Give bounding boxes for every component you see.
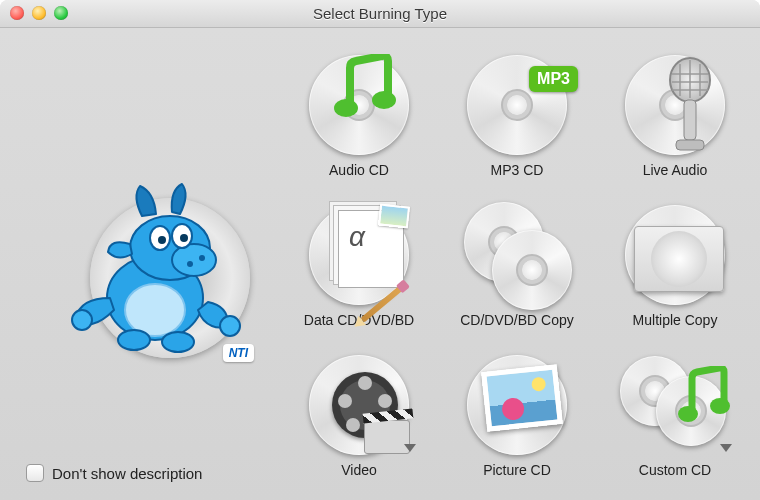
option-multiple-copy[interactable]: Multiple Copy: [600, 200, 750, 350]
dragon-mascot-icon: [60, 178, 250, 368]
option-label: Multiple Copy: [633, 312, 718, 328]
option-custom-cd[interactable]: Custom CD: [600, 350, 750, 500]
svg-point-9: [180, 234, 188, 242]
live-audio-icon: [620, 50, 730, 160]
svg-rect-17: [684, 100, 696, 140]
option-video[interactable]: Video: [284, 350, 434, 500]
chevron-down-icon: [404, 444, 416, 452]
traffic-lights: [10, 6, 68, 20]
photo-icon: [481, 364, 563, 432]
svg-point-11: [220, 316, 240, 336]
svg-point-15: [372, 91, 396, 109]
mascot: NTI: [60, 168, 260, 368]
svg-point-19: [678, 406, 698, 422]
svg-point-1: [125, 284, 185, 336]
mp3-cd-icon: MP3: [462, 50, 572, 160]
svg-point-20: [710, 398, 730, 414]
svg-point-10: [72, 310, 92, 330]
svg-point-5: [187, 261, 193, 267]
svg-point-3: [172, 244, 216, 276]
svg-point-12: [118, 330, 150, 350]
option-disc-copy[interactable]: CD/DVD/BD Copy: [442, 200, 592, 350]
disc-copy-icon: [462, 200, 572, 310]
brand-badge: NTI: [223, 344, 254, 362]
mp3-badge: MP3: [529, 66, 578, 92]
option-label: MP3 CD: [491, 162, 544, 178]
window-body: NTI Don't show description Audio CD: [0, 28, 760, 500]
option-label: CD/DVD/BD Copy: [460, 312, 574, 328]
titlebar: Select Burning Type: [0, 0, 760, 28]
chevron-down-icon: [720, 444, 732, 452]
zoom-button[interactable]: [54, 6, 68, 20]
svg-point-13: [162, 332, 194, 352]
svg-rect-18: [676, 140, 704, 150]
window-title: Select Burning Type: [0, 5, 760, 22]
option-label: Audio CD: [329, 162, 389, 178]
option-data-cd[interactable]: α Data CD/DVD/BD: [284, 200, 434, 350]
dont-show-description-checkbox[interactable]: [26, 464, 44, 482]
multiple-copy-icon: [620, 200, 730, 310]
audio-cd-icon: [304, 50, 414, 160]
custom-cd-icon: [620, 350, 730, 460]
option-label: Picture CD: [483, 462, 551, 478]
option-mp3-cd[interactable]: MP3 MP3 CD: [442, 50, 592, 200]
option-label: Live Audio: [643, 162, 708, 178]
option-label: Custom CD: [639, 462, 711, 478]
music-note-icon: [676, 366, 732, 428]
dont-show-description-row[interactable]: Don't show description: [26, 464, 202, 482]
svg-point-8: [158, 236, 166, 244]
option-label: Video: [341, 462, 377, 478]
picture-cd-icon: [462, 350, 572, 460]
svg-point-4: [199, 255, 205, 261]
dont-show-description-label: Don't show description: [52, 465, 202, 482]
left-pane: NTI Don't show description: [0, 28, 284, 500]
window: Select Burning Type: [0, 0, 760, 500]
svg-point-14: [334, 99, 358, 117]
option-picture-cd[interactable]: Picture CD: [442, 350, 592, 500]
microphone-icon: [658, 56, 722, 156]
data-cd-icon: α: [304, 200, 414, 310]
burning-type-grid: Audio CD MP3 MP3 CD: [284, 28, 760, 500]
minimize-button[interactable]: [32, 6, 46, 20]
documents-icon: α: [338, 210, 404, 288]
music-note-icon: [332, 54, 396, 126]
option-live-audio[interactable]: Live Audio: [600, 50, 750, 200]
close-button[interactable]: [10, 6, 24, 20]
video-icon: [304, 350, 414, 460]
drive-tray-icon: [634, 226, 724, 292]
option-audio-cd[interactable]: Audio CD: [284, 50, 434, 200]
